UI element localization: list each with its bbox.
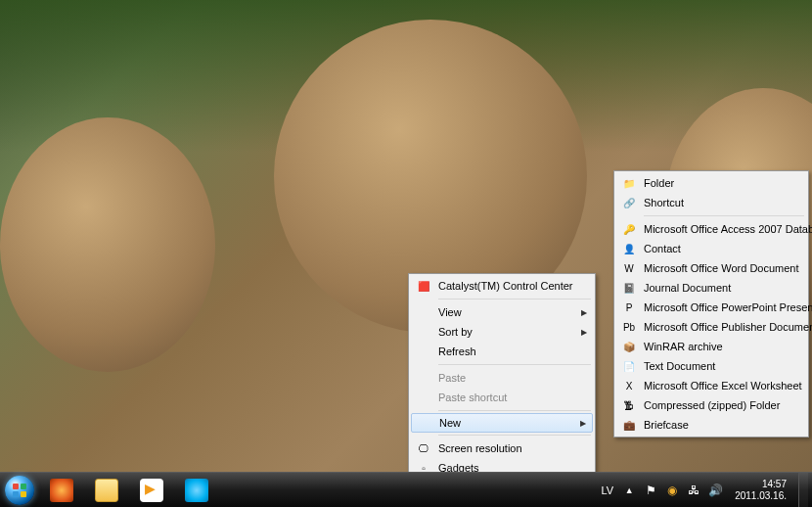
menu-item-label: Folder [644, 177, 674, 189]
menu-item-label: Refresh [438, 346, 476, 357]
menu-item-icon: P [621, 300, 637, 315]
system-tray: LV ▲ ⚑ ◉ 🖧 🔊 14:57 2011.03.16. [596, 473, 812, 508]
menu-item-icon: 💼 [621, 417, 637, 433]
taskbar: LV ▲ ⚑ ◉ 🖧 🔊 14:57 2011.03.16. [0, 472, 812, 507]
new-submenu-item[interactable]: 🔑Microsoft Office Access 2007 Database [616, 219, 806, 239]
submenu-arrow-icon: ▶ [581, 328, 587, 337]
start-button[interactable] [0, 473, 39, 508]
language-indicator[interactable]: LV [600, 484, 616, 496]
menu-item-label: Journal Document [644, 282, 731, 294]
new-submenu-item[interactable]: 👤Contact [616, 239, 806, 258]
menu-item-label: Catalyst(TM) Control Center [438, 280, 573, 292]
menu-item-icon: 📄 [621, 358, 637, 374]
menu-item-label: Paste shortcut [438, 392, 507, 403]
context-menu-item[interactable]: 🖵Screen resolution [411, 438, 593, 458]
new-submenu-item[interactable]: PMicrosoft Office PowerPoint Presentatio… [616, 298, 806, 317]
clock[interactable]: 14:57 2011.03.16. [729, 479, 792, 502]
menu-item-label: Sort by [438, 326, 473, 338]
new-submenu-item[interactable]: 📦WinRAR archive [616, 337, 806, 356]
menu-separator [438, 364, 591, 365]
tray-app-icon[interactable]: ◉ [664, 483, 680, 498]
flag-icon[interactable]: ⚑ [643, 483, 658, 498]
taskbar-item-wmp[interactable] [130, 475, 173, 506]
taskbar-item-explorer[interactable] [85, 475, 128, 506]
submenu-arrow-icon: ▶ [580, 419, 586, 428]
menu-item-label: Screen resolution [438, 442, 522, 454]
menu-item-icon: 📁 [621, 175, 637, 191]
new-submenu-item[interactable]: PbMicrosoft Office Publisher Document [616, 317, 806, 337]
explorer-icon [95, 479, 118, 502]
new-submenu-item[interactable]: WMicrosoft Office Word Document [616, 258, 806, 278]
new-submenu-item[interactable]: XMicrosoft Office Excel Worksheet [616, 376, 806, 395]
windows-logo-icon [13, 484, 26, 497]
submenu-arrow-icon: ▶ [581, 308, 587, 317]
menu-item-icon: 📦 [621, 339, 637, 354]
new-submenu-item[interactable]: 💼Briefcase [616, 415, 806, 435]
menu-separator [438, 410, 591, 411]
new-submenu-item[interactable]: 🗜Compressed (zipped) Folder [616, 395, 806, 415]
menu-item-label: Microsoft Office Word Document [644, 262, 799, 274]
menu-item-icon: 🟥 [416, 278, 431, 294]
menu-separator [438, 435, 591, 436]
clock-time: 14:57 [735, 479, 787, 490]
menu-item-icon: 📓 [621, 280, 637, 296]
menu-item-label: WinRAR archive [644, 341, 723, 352]
new-submenu-item[interactable]: 🔗Shortcut [616, 193, 806, 212]
taskbar-item-firefox[interactable] [40, 475, 83, 506]
context-menu-item[interactable]: 🟥Catalyst(TM) Control Center [411, 276, 593, 296]
menu-item-icon: 🖵 [416, 440, 431, 456]
menu-item-label: New [439, 417, 461, 429]
menu-item-icon: 🔑 [621, 221, 637, 237]
new-submenu-item[interactable]: 📓Journal Document [616, 278, 806, 298]
media-player-icon [140, 479, 163, 502]
menu-item-label: Microsoft Office Publisher Document [644, 321, 812, 333]
context-menu-item[interactable]: Refresh [411, 342, 593, 361]
volume-icon[interactable]: 🔊 [707, 483, 723, 498]
menu-separator [644, 215, 804, 216]
tray-overflow-icon[interactable]: ▲ [621, 483, 637, 498]
menu-item-icon: Pb [621, 319, 637, 335]
desktop-context-menu: 🟥Catalyst(TM) Control CenterView▶Sort by… [408, 273, 596, 500]
new-submenu-item[interactable]: 📁Folder [616, 173, 806, 193]
taskbar-item-skype[interactable] [175, 475, 218, 506]
menu-item-icon: 👤 [621, 241, 637, 256]
menu-item-icon: X [621, 378, 637, 393]
context-menu-item[interactable]: New▶ [411, 413, 593, 433]
skype-icon [185, 479, 208, 502]
menu-item-label: Microsoft Office Access 2007 Database [644, 223, 812, 235]
menu-separator [438, 299, 591, 300]
new-submenu-item[interactable]: 📄Text Document [616, 356, 806, 376]
network-icon[interactable]: 🖧 [686, 483, 701, 498]
menu-item-icon: W [621, 260, 637, 276]
menu-item-label: Paste [438, 372, 466, 384]
clock-date: 2011.03.16. [735, 490, 787, 502]
context-menu-item[interactable]: Sort by▶ [411, 322, 593, 342]
new-submenu: 📁Folder🔗Shortcut🔑Microsoft Office Access… [613, 170, 809, 438]
show-desktop-button[interactable] [798, 473, 808, 508]
menu-item-icon: 🗜 [621, 397, 637, 413]
menu-item-label: Contact [644, 243, 681, 254]
menu-item-label: Microsoft Office PowerPoint Presentation [644, 301, 812, 313]
menu-item-label: Compressed (zipped) Folder [644, 399, 780, 411]
menu-item-icon: 🔗 [621, 195, 637, 210]
context-menu-item: Paste shortcut [411, 388, 593, 407]
menu-item-label: Shortcut [644, 197, 684, 208]
firefox-icon [50, 479, 73, 502]
context-menu-item[interactable]: View▶ [411, 302, 593, 322]
menu-item-label: Text Document [644, 360, 715, 372]
desktop[interactable]: 🟥Catalyst(TM) Control CenterView▶Sort by… [0, 0, 812, 507]
context-menu-item: Paste [411, 368, 593, 388]
menu-item-label: View [438, 306, 462, 318]
menu-item-label: Microsoft Office Excel Worksheet [644, 380, 802, 392]
menu-item-label: Briefcase [644, 419, 689, 431]
